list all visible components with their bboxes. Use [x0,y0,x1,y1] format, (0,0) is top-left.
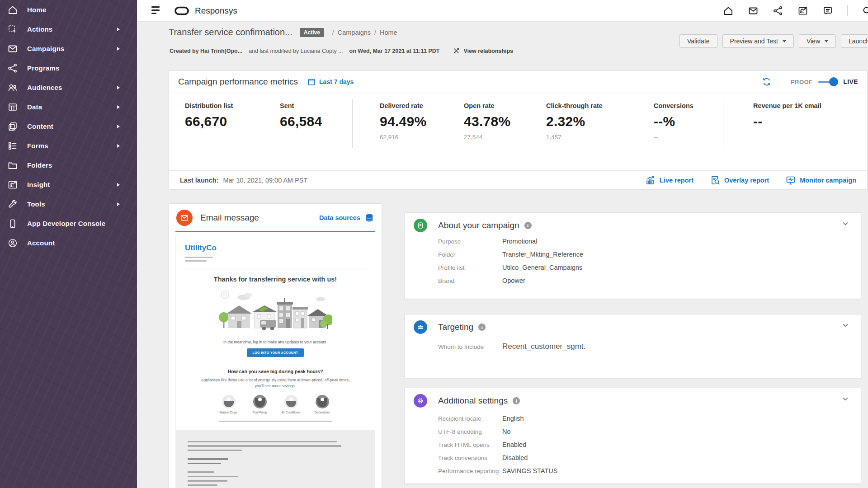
sidebar-item-label: Account [27,239,55,247]
breadcrumb-separator: / [332,29,334,36]
campaign-performance-panel: Campaign performance metrics Last 7 days… [169,70,868,189]
sidebar-item-programs[interactable]: Programs [0,58,137,78]
document-search-icon [710,175,721,186]
bar-chart-icon [645,175,656,186]
data-icon [7,102,18,113]
sidebar-item-actions[interactable]: Actions [0,19,137,39]
page-title: Transfer service confirmation... [169,27,292,38]
search-icon[interactable] [862,5,868,16]
washer-dryer-icon [222,395,236,408]
settings-row-performance-reporting: Performance reportingSAVINGS STATUS [405,467,861,474]
proof-live-toggle[interactable] [817,77,838,86]
sidebar-item-folders[interactable]: Folders [0,155,137,175]
pool-pump-icon [253,395,267,408]
overlay-report-link[interactable]: Overlay report [710,175,769,186]
unsubscribe-link-placeholder[interactable] [188,458,228,460]
date-range-selector[interactable]: Last 7 days [319,78,354,85]
chevron-right-icon [117,28,120,31]
sidebar-item-label: Content [27,122,53,130]
live-report-link[interactable]: Live report [645,175,693,186]
sidebar-item-data[interactable]: Data [0,97,137,117]
placeholder-text-line [188,476,238,478]
database-icon [364,213,374,223]
metric-conversions: Conversions--%-- [654,93,693,123]
about-row-folder: FolderTransfer_Mkting_Reference [405,251,861,258]
metric-divider [352,99,353,148]
metric-click-through-rate: Click-through rate2.32%1,457 [546,93,603,123]
insight-chart-icon[interactable] [797,5,808,16]
sidebar-item-label: Programs [27,64,60,72]
monitor-campaign-link[interactable]: Monitor campaign [785,175,856,186]
feedback-chat-icon[interactable] [822,5,833,16]
folders-icon [7,160,18,171]
data-sources-link[interactable]: Data sources [319,213,374,223]
placeholder-text-line [188,445,341,447]
forms-icon [7,141,18,151]
sidebar-item-tools[interactable]: Tools [0,194,137,214]
refresh-icon[interactable] [762,77,772,87]
content-icon [7,121,18,132]
relationships-icon [453,47,460,55]
appliance-washer-dryer: Washer/Dryer [218,395,240,414]
last-launch-value: Mar 10, 2021, 09:00 AM PST [223,177,307,184]
mobile-console-icon [7,218,18,229]
sidebar-item-home[interactable]: Home [0,0,137,19]
sidebar-item-label: Actions [27,25,52,33]
settings-row-track-conversions: Track conversionsDisabled [405,454,861,461]
info-icon[interactable] [478,324,486,331]
oracle-logo-icon [174,5,189,18]
metric-divider [723,99,723,148]
targeting-panel: Targeting Whom to Include Recent_custome… [404,314,861,378]
about-campaign-panel: About your campaign PurposePromotional F… [404,212,861,299]
breadcrumb-campaigns[interactable]: Campaigns [338,29,371,36]
sidebar-item-campaigns[interactable]: Campaigns [0,39,137,58]
sidebar-item-label: Insight [27,181,50,188]
hamburger-menu-icon[interactable] [151,6,161,15]
view-button[interactable]: View [799,34,836,48]
sidebar-item-app-developer-console[interactable]: App Developer Console [0,214,137,233]
preview-and-test-button[interactable]: Preview and Test [722,34,794,48]
chevron-right-icon [117,105,120,109]
programs-icon[interactable] [773,5,783,16]
view-relationships-link[interactable]: View relationships [463,48,513,54]
home-icon[interactable] [723,5,734,16]
sidebar-item-forms[interactable]: Forms [0,136,137,155]
breadcrumb-separator: / [374,29,376,36]
metrics-panel-title: Campaign performance metrics [178,77,298,87]
email-divider [185,268,366,268]
placeholder-text-line [185,260,207,262]
audiences-icon [7,82,18,93]
chevron-right-icon [117,125,120,128]
about-campaign-icon [414,219,427,232]
appliance-pool-pump: Pool Pump [249,395,271,414]
home-icon [7,5,18,15]
settings-row-recipient-locale: Recipient localeEnglish [405,415,861,422]
chevron-down-icon[interactable] [842,322,849,329]
sidebar-item-audiences[interactable]: Audiences [0,78,137,97]
info-icon[interactable] [513,397,520,404]
placeholder-text-line [188,480,227,482]
appliance-dishwasher: Dishwasher [311,395,333,414]
validate-button[interactable]: Validate [679,34,717,48]
monitor-pulse-icon [785,175,796,186]
campaigns-icon [7,43,18,54]
chevron-down-icon[interactable] [842,395,849,403]
metric-revenue-per-1k: Revenue per 1K email-- [753,93,821,123]
last-launch-label: Last launch: [180,177,218,184]
campaign-meta: Created by Hai Trinh(Opo... and last mod… [170,47,513,55]
breadcrumb-home[interactable]: Home [380,29,397,36]
info-icon[interactable] [524,222,532,229]
sidebar-item-label: Audiences [27,84,62,91]
launch-button[interactable]: Launch [841,34,868,48]
chevron-down-icon[interactable] [842,220,849,227]
settings-row-track-html-opens: Track HTML opensEnabled [405,441,861,448]
email-icon[interactable] [748,5,759,16]
chevron-right-icon [117,47,120,51]
sidebar-item-content[interactable]: Content [0,117,137,136]
caret-down-icon [825,40,828,42]
sidebar-item-insight[interactable]: Insight [0,175,137,194]
created-by-text: Created by Hai Trinh(Opo... [170,48,242,54]
sidebar-item-label: Folders [27,161,52,169]
log-into-account-button[interactable]: LOG INTO YOUR ACCOUNT [247,348,304,357]
sidebar-item-account[interactable]: Account [0,233,137,253]
